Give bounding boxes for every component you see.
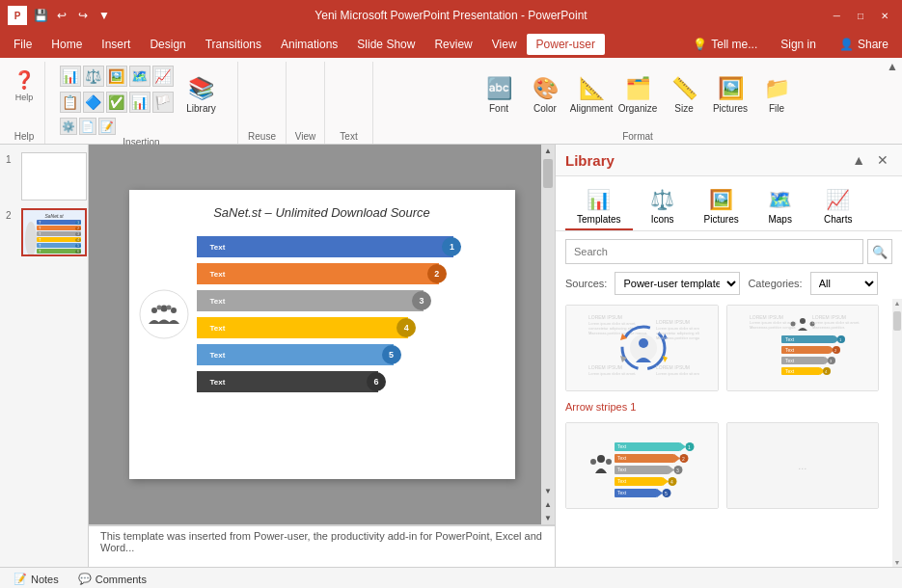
organize-button[interactable]: 🗂️ Organize — [615, 66, 660, 123]
insert-icon-12[interactable]: 📄 — [79, 118, 96, 135]
tell-me-button[interactable]: 💡 Tell me... — [683, 35, 767, 54]
svg-text:LOREM IPSUM: LOREM IPSUM — [656, 319, 690, 325]
slide-image-2[interactable]: SaNet.st T1 T2 T3 T4 T5 T6 — [21, 208, 87, 256]
template-item-1[interactable]: LOREM IPSUM Lorem ipsum dolor sit amet, … — [565, 305, 719, 391]
note-text: This template was inserted from Power-us… — [100, 530, 543, 553]
menu-design[interactable]: Design — [140, 34, 195, 55]
template-thumb-2: LOREM IPSUM Lorem ipsum dolor sit amet. … — [727, 306, 879, 390]
menu-view[interactable]: View — [482, 34, 527, 55]
ribbon: ❓ Help Help 📊 ⚖️ 🖼️ 🗺️ 📈 📋 — [0, 58, 902, 145]
pictures-tab-label: Pictures — [704, 214, 739, 225]
insert-icon-4[interactable]: 🗺️ — [129, 66, 150, 87]
slide-image-1[interactable] — [21, 152, 87, 200]
slide-thumb-1[interactable]: 1 — [6, 152, 82, 200]
library-search-button[interactable]: 🔍 — [867, 239, 892, 264]
library-close-button[interactable]: ✕ — [873, 150, 892, 170]
customize-button[interactable]: ▼ — [95, 6, 114, 25]
vertical-scrollbar[interactable]: ▲ ▼ ▲ ▼ — [541, 145, 555, 524]
ribbon-collapse-button[interactable]: ▲ — [887, 60, 898, 73]
insert-icon-8[interactable]: ✅ — [106, 92, 127, 113]
insert-icon-1[interactable]: 📊 — [60, 66, 81, 87]
size-label: Size — [674, 103, 693, 114]
insert-icon-9[interactable]: 📊 — [129, 92, 150, 113]
svg-text:Text: Text — [785, 368, 795, 374]
tab-icons[interactable]: ⚖️ Icons — [635, 184, 691, 230]
menu-insert[interactable]: Insert — [92, 34, 140, 55]
menu-animations[interactable]: Animations — [271, 34, 347, 55]
template-item-4[interactable]: ... — [726, 422, 880, 509]
insert-icon-10[interactable]: 🏳️ — [152, 92, 174, 113]
template-item-2[interactable]: LOREM IPSUM Lorem ipsum dolor sit amet. … — [726, 305, 880, 391]
template-item-3[interactable]: 1 Text 2 Text 3 Text — [565, 422, 719, 509]
library-scrollbar[interactable]: ▲ ▼ — [892, 299, 902, 567]
svg-point-2 — [160, 306, 167, 312]
insert-icon-7[interactable]: 🔷 — [83, 92, 104, 113]
svg-text:Text: Text — [617, 443, 627, 449]
redo-button[interactable]: ↪ — [73, 6, 93, 25]
signin-button[interactable]: Sign in — [771, 35, 826, 54]
scroll-prev-slide[interactable]: ▲ — [541, 497, 555, 511]
color-button[interactable]: 🎨 Color — [523, 66, 567, 123]
alignment-button[interactable]: 📐 Alignment — [569, 66, 614, 123]
svg-point-50 — [597, 455, 605, 463]
library-search-input[interactable] — [565, 239, 863, 264]
lib-scroll-thumb[interactable] — [893, 311, 901, 331]
tab-pictures[interactable]: 🖼️ Pictures — [693, 184, 751, 230]
menu-home[interactable]: Home — [41, 34, 92, 55]
svg-text:Text: Text — [617, 455, 627, 461]
undo-button[interactable]: ↩ — [52, 6, 71, 25]
scroll-next-slide[interactable]: ▼ — [541, 511, 555, 524]
insert-icon-5[interactable]: 📈 — [152, 66, 174, 87]
svg-point-51 — [590, 459, 596, 465]
svg-text:Text: Text — [785, 347, 795, 353]
ribbon-group-text: Text — [325, 62, 373, 144]
scroll-up-button[interactable]: ▲ — [542, 145, 554, 157]
menu-file[interactable]: File — [4, 34, 41, 55]
title-bar-left: P 💾 ↩ ↪ ▼ — [8, 6, 114, 25]
template-thumb-4: ... — [727, 423, 879, 508]
sources-select[interactable]: Power-user templates — [615, 272, 740, 295]
minimize-button[interactable]: ─ — [828, 9, 846, 23]
lib-scroll-down[interactable]: ▼ — [893, 558, 902, 567]
arrow-row-5: Text 5 — [197, 343, 500, 366]
tab-charts[interactable]: 📈 Charts — [810, 184, 866, 230]
ribbon-group-help-content: ❓ Help — [12, 62, 37, 129]
comments-button[interactable]: 💬 Comments — [72, 573, 152, 585]
font-button[interactable]: 🔤 Font — [477, 66, 521, 123]
insert-icon-2[interactable]: ⚖️ — [83, 66, 104, 87]
save-button[interactable]: 💾 — [31, 6, 50, 25]
insert-icon-13[interactable]: 📝 — [98, 118, 116, 135]
tab-maps[interactable]: 🗺️ Maps — [752, 184, 808, 230]
template-label-row: Arrow stripes 1 — [565, 399, 879, 414]
tab-templates[interactable]: 📊 Templates — [565, 184, 633, 230]
size-button[interactable]: 📏 Size — [662, 66, 706, 123]
close-button[interactable]: ✕ — [875, 9, 894, 23]
svg-text:Maecenas porttitor congue mass: Maecenas porttitor congue massa. — [588, 331, 647, 335]
insert-icon-3[interactable]: 🖼️ — [106, 66, 127, 87]
lib-scroll-up[interactable]: ▲ — [893, 299, 902, 307]
menu-poweruser[interactable]: Power-user — [527, 34, 605, 55]
menu-review[interactable]: Review — [424, 34, 481, 55]
scroll-down-button[interactable]: ▼ — [542, 485, 554, 497]
share-button[interactable]: 👤 Share — [830, 35, 898, 54]
menu-slideshow[interactable]: Slide Show — [347, 34, 424, 55]
slide-thumb-2[interactable]: 2 SaNet.st T1 T2 T3 T4 T5 T6 — [6, 208, 82, 256]
insert-icon-6[interactable]: 📋 — [60, 92, 81, 113]
menu-transitions[interactable]: Transitions — [196, 34, 271, 55]
library-collapse-button[interactable]: ▲ — [848, 150, 869, 170]
library-button[interactable]: 📚 Library — [179, 66, 224, 123]
svg-text:Text: Text — [785, 358, 795, 363]
pictures-button[interactable]: 🖼️ Pictures — [708, 66, 752, 123]
restore-button[interactable]: □ — [852, 9, 869, 23]
reuse-group-label: Reuse — [248, 129, 276, 144]
ribbon-group-format: 🔤 Font 🎨 Color 📐 Alignment 🗂️ Organize 📏… — [373, 62, 902, 144]
categories-select[interactable]: All — [810, 272, 878, 295]
notes-button[interactable]: 📝 Notes — [8, 573, 65, 585]
scroll-thumb[interactable] — [543, 159, 553, 188]
file-button[interactable]: 📁 File — [754, 66, 799, 123]
library-filters: Sources: Power-user templates Categories… — [556, 268, 902, 299]
arrow-body-2: Text 2 — [197, 263, 439, 284]
insert-icon-11[interactable]: ⚙️ — [60, 118, 77, 135]
template-thumb-3: 1 Text 2 Text 3 Text — [566, 423, 718, 508]
arrow-num-2: 2 — [427, 264, 447, 283]
